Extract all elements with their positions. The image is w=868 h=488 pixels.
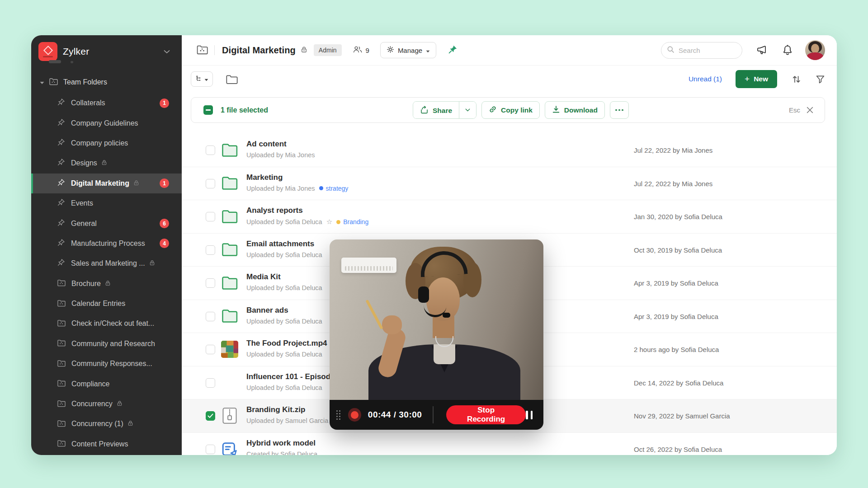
scrolled-item-fragment — [49, 60, 61, 63]
tag-label: Branding — [343, 218, 368, 225]
filter-icon[interactable] — [816, 75, 825, 84]
file-name[interactable]: Influencer 101 - Episod... — [246, 372, 337, 381]
file-row[interactable]: Ad content Uploaded by Mia Jones Jul 22,… — [182, 134, 837, 167]
row-checkbox[interactable] — [206, 179, 215, 188]
sidebar: Zylker Team Folders Collaterals — [31, 35, 182, 455]
workspace-header[interactable]: Zylker — [31, 35, 182, 62]
sidebar-item-label: Brochure — [71, 280, 101, 288]
share-icon — [420, 106, 429, 116]
sidebar-item[interactable]: Brochure — [31, 274, 182, 294]
sidebar-item[interactable]: Events — [31, 193, 182, 213]
selection-checkbox[interactable] — [203, 105, 213, 115]
sidebar-item-label: Compliance — [71, 380, 109, 388]
share-dropdown-caret[interactable] — [459, 102, 476, 118]
row-checkbox[interactable] — [206, 312, 215, 321]
file-name[interactable]: Analyst reports — [246, 206, 368, 215]
sidebar-item[interactable]: Concurrency (1) — [31, 414, 182, 434]
sidebar-item-label: Events — [71, 199, 93, 207]
new-button-label: New — [754, 75, 768, 83]
share-button[interactable]: Share — [413, 102, 459, 119]
sidebar-item[interactable]: Digital Marketing 1 — [31, 174, 182, 193]
unread-link[interactable]: Unread (1) — [689, 75, 722, 83]
members-count-value: 9 — [366, 47, 369, 54]
sidebar-item-label: Company policies — [71, 139, 128, 147]
announcements-icon[interactable] — [757, 45, 768, 55]
team-folders-header[interactable]: Team Folders — [31, 73, 182, 91]
pause-icon[interactable] — [526, 411, 533, 419]
header-actions — [661, 40, 825, 60]
search-input[interactable] — [679, 47, 728, 54]
sidebar-item[interactable]: Company Guidelines — [31, 113, 182, 133]
sidebar-item[interactable]: Collaterals 1 — [31, 93, 182, 113]
sidebar-item[interactable]: Company policies — [31, 133, 182, 153]
file-row[interactable]: Marketing Uploaded by Mia Jones strategy… — [182, 167, 837, 201]
file-tag[interactable]: strategy — [319, 185, 349, 192]
file-name[interactable]: Email attachments — [246, 239, 322, 249]
sidebar-item[interactable]: Designs — [31, 153, 182, 173]
plus-icon: + — [745, 74, 750, 84]
file-name[interactable]: Media Kit — [246, 272, 322, 282]
caret-down-icon[interactable] — [40, 78, 44, 86]
folder-icon — [222, 143, 238, 157]
copy-link-button[interactable]: Copy link — [481, 101, 540, 119]
file-meta: Uploaded by Sofia Deluca — [246, 384, 322, 391]
team-folder-icon — [57, 359, 66, 369]
row-checkbox[interactable] — [206, 278, 215, 288]
sidebar-item[interactable]: Calendar Entries — [31, 294, 182, 314]
file-name[interactable]: Hybrid work model — [246, 439, 317, 448]
members-count[interactable]: 9 — [353, 46, 369, 55]
pin-icon — [57, 178, 65, 188]
drag-handle-icon[interactable] — [336, 410, 340, 420]
logo-wordmark — [43, 56, 53, 57]
sidebar-item-label: Community and Research — [71, 340, 155, 348]
notifications-bell-icon[interactable] — [783, 45, 793, 56]
sidebar-item[interactable]: General 6 — [31, 213, 182, 233]
row-checkbox[interactable] — [206, 245, 215, 255]
row-checkbox[interactable] — [206, 145, 215, 155]
view-switcher-button[interactable] — [191, 71, 213, 87]
sidebar-item[interactable]: Check in/Check out feat... — [31, 314, 182, 333]
screen-recorder-overlay[interactable]: 00:44 / 30:00 Stop Recording — [330, 239, 543, 430]
sidebar-item[interactable]: Community and Research — [31, 334, 182, 354]
row-checkbox[interactable] — [206, 212, 215, 221]
stop-recording-button[interactable]: Stop Recording — [446, 405, 526, 424]
sidebar-item[interactable]: Compliance — [31, 374, 182, 394]
file-name[interactable]: Banner ads — [246, 306, 322, 315]
sidebar-item[interactable]: Concurrency — [31, 394, 182, 414]
more-options-button[interactable] — [610, 101, 629, 119]
unread-badge: 4 — [160, 239, 169, 248]
dismiss-selection: Esc — [789, 106, 814, 114]
sidebar-item[interactable]: Manufacturing Process 4 — [31, 234, 182, 253]
recording-indicator-icon — [348, 408, 361, 422]
file-name[interactable]: The Food Project.mp4 — [246, 339, 327, 348]
close-icon[interactable] — [806, 106, 814, 114]
pin-icon — [57, 118, 65, 128]
file-row[interactable]: Analyst reports Uploaded by Sofia Deluca… — [182, 200, 837, 234]
user-avatar[interactable] — [805, 40, 825, 60]
pinned-indicator-icon[interactable] — [448, 45, 458, 56]
row-checkbox[interactable] — [206, 445, 215, 454]
star-icon[interactable]: ☆ — [326, 218, 332, 226]
folder-view-icon[interactable] — [226, 74, 238, 84]
file-name[interactable]: Ad content — [246, 140, 315, 149]
tag-dot — [319, 186, 323, 190]
file-tag[interactable]: Branding — [336, 218, 368, 225]
download-icon — [552, 105, 560, 115]
selection-actions: Share Copy link Download — [413, 98, 629, 122]
new-button[interactable]: + New — [736, 70, 777, 88]
row-checkbox[interactable] — [206, 411, 215, 421]
sort-icon[interactable] — [792, 75, 801, 84]
row-checkbox[interactable] — [206, 378, 215, 388]
row-checkbox[interactable] — [206, 345, 215, 354]
sidebar-item[interactable]: Content Previews — [31, 434, 182, 454]
sidebar-item[interactable]: Community Responses... — [31, 354, 182, 374]
file-name[interactable]: Marketing — [246, 173, 348, 182]
breadcrumb-folder-icon[interactable] — [196, 44, 208, 56]
search-box[interactable] — [661, 42, 742, 59]
chevron-down-icon[interactable] — [164, 47, 170, 56]
manage-button[interactable]: Manage — [380, 42, 436, 58]
file-row[interactable]: Hybrid work model Created by Sofia Deluc… — [182, 433, 837, 455]
download-button[interactable]: Download — [545, 101, 605, 119]
file-name[interactable]: Branding Kit.zip — [246, 405, 328, 414]
sidebar-item[interactable]: Sales and Marketing ... — [31, 253, 182, 273]
